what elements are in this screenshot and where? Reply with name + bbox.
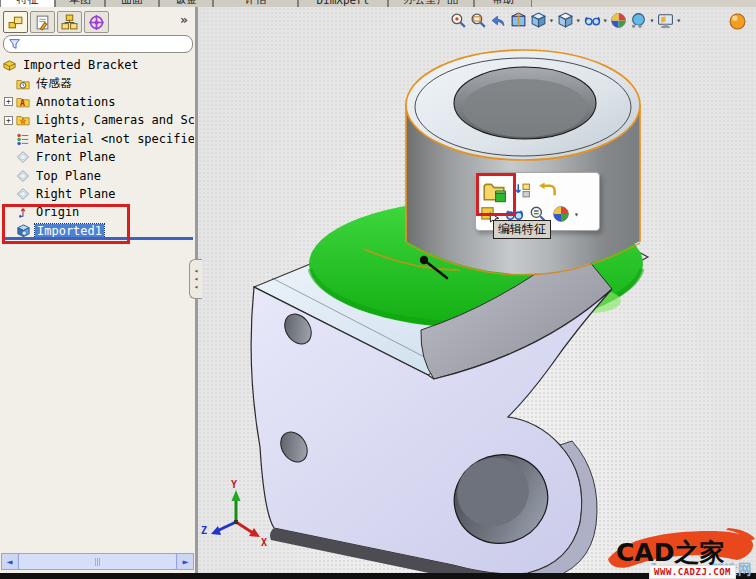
- edit-appearance-button[interactable]: [610, 12, 627, 29]
- propertymanager-tab[interactable]: [30, 11, 55, 33]
- hide-show-items-dropdown-arrow[interactable]: ▾: [603, 16, 608, 25]
- command-tab-bar: 特征草图曲面钣金评估DimXpert办公室产品帮助: [0, 0, 756, 7]
- tree-item-label: Front Plane: [34, 150, 117, 164]
- panel-overflow-chevron[interactable]: »: [180, 12, 188, 27]
- command-tab-8[interactable]: 帮助: [474, 0, 532, 7]
- tree-expander[interactable]: +: [4, 116, 13, 125]
- tree-item-top-plane[interactable]: Top Plane: [2, 166, 194, 184]
- tree-item-imported-bracket[interactable]: Imported Bracket: [2, 56, 194, 74]
- tree-item-label: Right Plane: [34, 187, 117, 201]
- tree-item-label: Lights, Cameras and Scene: [34, 113, 194, 127]
- suppress-icon[interactable]: [514, 182, 531, 199]
- edit-feature-tooltip: 编辑特征: [493, 220, 551, 239]
- featuremanager-tab[interactable]: [3, 11, 28, 33]
- material-icon: [16, 132, 30, 146]
- watermark-title: CAD之家: [616, 538, 724, 567]
- model-cylinder-boss[interactable]: [364, 50, 640, 275]
- display-style-dropdown-arrow[interactable]: ▾: [576, 16, 581, 25]
- scroll-right-arrow[interactable]: ►: [178, 554, 193, 569]
- reference-triad: Y X Z: [201, 479, 267, 548]
- tree-item-right-plane[interactable]: Right Plane: [2, 185, 194, 203]
- panel-manager-tabs: [3, 11, 109, 33]
- tree-item-annotations[interactable]: +AAnnotations: [2, 93, 194, 111]
- triad-x-label: X: [261, 537, 267, 548]
- triad-z-label: Z: [201, 525, 207, 536]
- apply-scene-button[interactable]: [630, 12, 647, 29]
- tree-item-传感器[interactable]: 传感器: [2, 74, 194, 92]
- view-orientation-dropdown-arrow[interactable]: ▾: [549, 16, 554, 25]
- rollback-icon[interactable]: [538, 181, 557, 200]
- graphics-viewport[interactable]: Y X Z: [198, 7, 756, 573]
- tree-item-label: Imported Bracket: [21, 58, 141, 72]
- command-tab-6[interactable]: DimXpert: [298, 0, 388, 7]
- context-toolbar-row1: [481, 177, 557, 203]
- model-canvas[interactable]: Y X Z: [198, 7, 756, 573]
- scroll-left-arrow[interactable]: ◄: [2, 554, 17, 569]
- section-view-button[interactable]: [510, 12, 527, 29]
- filter-funnel-icon: [8, 37, 22, 51]
- tree-item-label: Material <not specified>: [34, 132, 194, 146]
- watermark-url: WWW.CADZJ.COM: [649, 565, 736, 579]
- command-tab-4[interactable]: 钣金: [159, 0, 213, 7]
- rollback-bar[interactable]: [2, 237, 193, 240]
- plane-icon: [16, 169, 30, 183]
- apply-scene-dropdown-arrow[interactable]: ▾: [649, 16, 654, 25]
- tree-item-label: Origin: [34, 205, 81, 219]
- edit-feature-icon[interactable]: [481, 177, 507, 203]
- view-settings-button[interactable]: [657, 12, 674, 29]
- tree-item-lights-cameras-and-scene[interactable]: +Lights, Cameras and Scene: [2, 111, 194, 129]
- tree-horizontal-scrollbar[interactable]: ◄ ►: [1, 553, 194, 570]
- tree-item-label: Top Plane: [34, 169, 103, 183]
- filter-input[interactable]: [25, 37, 192, 51]
- triad-y-label: Y: [231, 479, 237, 490]
- zoom-to-area-button[interactable]: [470, 12, 487, 29]
- command-tab-3[interactable]: 曲面: [105, 0, 159, 7]
- plane-icon: [16, 187, 30, 201]
- previous-view-button[interactable]: [490, 12, 507, 29]
- tree-item-front-plane[interactable]: Front Plane: [2, 148, 194, 166]
- display-style-button[interactable]: [557, 12, 574, 29]
- annotations-icon: A: [16, 95, 30, 109]
- plane-icon: [16, 150, 30, 164]
- heads-up-view-toolbar: ▾▾▾▾▾: [450, 12, 681, 29]
- hide-show-items-button[interactable]: [584, 12, 601, 29]
- command-tab-5[interactable]: 评估: [213, 0, 298, 7]
- zoom-to-fit-button[interactable]: [450, 12, 467, 29]
- quick-tips-ball[interactable]: [729, 13, 746, 34]
- site-watermark: lunovo 智造网 CAD之家 WWW.CADZJ.COM: [604, 519, 756, 579]
- panel-collapse-handle[interactable]: ◂◂◂: [189, 259, 202, 299]
- appearance-dropdown-arrow[interactable]: ▾: [574, 210, 579, 219]
- svg-text:A: A: [20, 98, 25, 108]
- tree-item-label: 传感器: [34, 75, 74, 92]
- tree-item-label: Annotations: [34, 95, 117, 109]
- scroll-thumb[interactable]: [18, 553, 177, 570]
- configurationmanager-tab[interactable]: [57, 11, 82, 33]
- lights-icon: [16, 113, 30, 127]
- origin-icon: [16, 205, 30, 219]
- command-tab-1[interactable]: 特征: [0, 0, 55, 7]
- feature-tree: Imported Bracket传感器+AAnnotations+Lights,…: [2, 56, 194, 240]
- tree-item-material-not-specified[interactable]: Material <not specified>: [2, 130, 194, 148]
- view-orientation-button[interactable]: [530, 12, 547, 29]
- tree-filter-field[interactable]: [3, 35, 193, 53]
- command-tab-2[interactable]: 草图: [55, 0, 105, 7]
- dimxpertmanager-tab[interactable]: [84, 11, 109, 33]
- view-settings-dropdown-arrow[interactable]: ▾: [676, 16, 681, 25]
- tree-item-origin[interactable]: Origin: [2, 203, 194, 221]
- tree-item-label: Imported1: [35, 224, 104, 238]
- command-tab-7[interactable]: 办公室产品: [388, 0, 474, 7]
- part-icon: [2, 58, 17, 73]
- sensors-icon: [16, 77, 30, 91]
- tree-expander[interactable]: +: [4, 97, 13, 106]
- command-tabs: 特征草图曲面钣金评估DimXpert办公室产品帮助: [0, 0, 532, 7]
- appearance-icon[interactable]: [552, 205, 570, 223]
- imported-icon: [16, 223, 31, 238]
